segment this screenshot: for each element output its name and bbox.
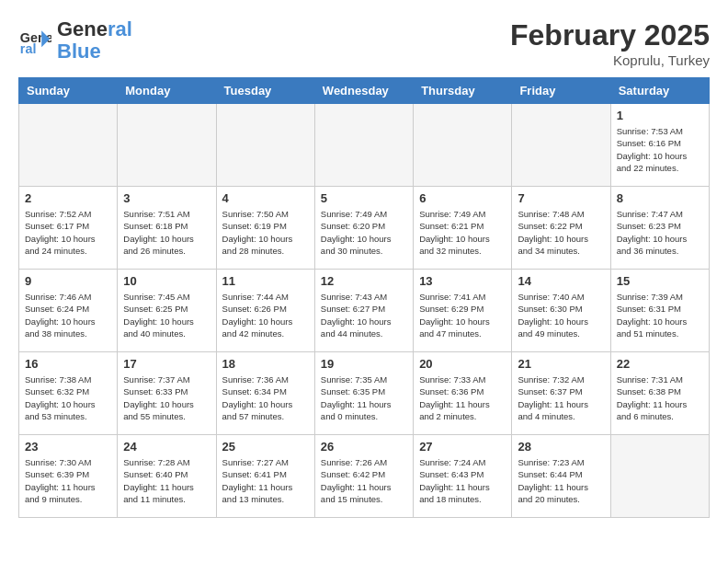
title-block: February 2025 Koprulu, Turkey [510, 18, 710, 68]
day-info: Sunrise: 7:47 AMSunset: 6:23 PMDaylight:… [617, 208, 703, 257]
day-info: Sunrise: 7:52 AMSunset: 6:17 PMDaylight:… [25, 208, 111, 257]
day-number: 19 [321, 357, 407, 371]
day-number: 17 [123, 357, 210, 371]
calendar-week-5: 23Sunrise: 7:30 AMSunset: 6:39 PMDayligh… [19, 435, 710, 518]
calendar-cell: 12Sunrise: 7:43 AMSunset: 6:27 PMDayligh… [314, 270, 413, 352]
weekday-header-sunday: Sunday [19, 78, 118, 104]
day-info: Sunrise: 7:31 AMSunset: 6:38 PMDaylight:… [617, 373, 703, 422]
day-info: Sunrise: 7:49 AMSunset: 6:20 PMDaylight:… [321, 208, 407, 257]
calendar-cell [19, 104, 118, 187]
day-info: Sunrise: 7:40 AMSunset: 6:30 PMDaylight:… [518, 291, 604, 339]
calendar-cell: 1Sunrise: 7:53 AMSunset: 6:16 PMDaylight… [610, 104, 709, 187]
day-number: 23 [25, 440, 111, 454]
day-number: 3 [123, 191, 210, 205]
calendar-cell: 13Sunrise: 7:41 AMSunset: 6:29 PMDayligh… [414, 270, 512, 352]
day-info: Sunrise: 7:49 AMSunset: 6:21 PMDaylight:… [419, 208, 506, 257]
day-number: 22 [617, 357, 703, 371]
weekday-header-row: SundayMondayTuesdayWednesdayThursdayFrid… [19, 78, 710, 104]
calendar-cell: 17Sunrise: 7:37 AMSunset: 6:33 PMDayligh… [118, 352, 216, 435]
day-number: 18 [222, 357, 309, 371]
calendar-cell: 5Sunrise: 7:49 AMSunset: 6:20 PMDaylight… [314, 187, 413, 270]
calendar-cell [118, 104, 216, 187]
calendar-week-2: 2Sunrise: 7:52 AMSunset: 6:17 PMDaylight… [19, 187, 710, 270]
calendar-cell: 3Sunrise: 7:51 AMSunset: 6:18 PMDaylight… [118, 187, 216, 270]
calendar-cell: 16Sunrise: 7:38 AMSunset: 6:32 PMDayligh… [19, 352, 118, 435]
day-info: Sunrise: 7:35 AMSunset: 6:35 PMDaylight:… [321, 373, 407, 422]
calendar-cell [512, 104, 610, 187]
calendar-cell: 20Sunrise: 7:33 AMSunset: 6:36 PMDayligh… [414, 352, 512, 435]
weekday-header-wednesday: Wednesday [314, 78, 413, 104]
day-info: Sunrise: 7:27 AMSunset: 6:41 PMDaylight:… [222, 456, 309, 505]
calendar-week-3: 9Sunrise: 7:46 AMSunset: 6:24 PMDaylight… [19, 270, 710, 352]
day-number: 6 [419, 191, 506, 205]
calendar-cell: 28Sunrise: 7:23 AMSunset: 6:44 PMDayligh… [512, 435, 610, 518]
day-info: Sunrise: 7:41 AMSunset: 6:29 PMDaylight:… [419, 291, 506, 339]
calendar-cell: 27Sunrise: 7:24 AMSunset: 6:43 PMDayligh… [414, 435, 512, 518]
weekday-header-monday: Monday [118, 78, 216, 104]
calendar-cell: 4Sunrise: 7:50 AMSunset: 6:19 PMDaylight… [216, 187, 314, 270]
day-info: Sunrise: 7:32 AMSunset: 6:37 PMDaylight:… [518, 373, 604, 422]
logo-icon: Gene ral [18, 24, 51, 57]
day-info: Sunrise: 7:45 AMSunset: 6:25 PMDaylight:… [123, 291, 210, 339]
day-number: 11 [222, 274, 309, 288]
day-info: Sunrise: 7:24 AMSunset: 6:43 PMDaylight:… [419, 456, 506, 505]
svg-text:ral: ral [20, 42, 37, 57]
calendar-cell: 11Sunrise: 7:44 AMSunset: 6:26 PMDayligh… [216, 270, 314, 352]
day-number: 12 [321, 274, 407, 288]
calendar-cell: 10Sunrise: 7:45 AMSunset: 6:25 PMDayligh… [118, 270, 216, 352]
calendar-cell [216, 104, 314, 187]
day-info: Sunrise: 7:36 AMSunset: 6:34 PMDaylight:… [222, 373, 309, 422]
day-info: Sunrise: 7:30 AMSunset: 6:39 PMDaylight:… [25, 456, 111, 505]
day-info: Sunrise: 7:38 AMSunset: 6:32 PMDaylight:… [25, 373, 111, 422]
calendar-cell: 21Sunrise: 7:32 AMSunset: 6:37 PMDayligh… [512, 352, 610, 435]
day-number: 9 [25, 274, 111, 288]
day-number: 13 [419, 274, 506, 288]
day-info: Sunrise: 7:53 AMSunset: 6:16 PMDaylight:… [617, 125, 703, 174]
weekday-header-saturday: Saturday [610, 78, 709, 104]
day-number: 16 [25, 357, 111, 371]
calendar-cell: 2Sunrise: 7:52 AMSunset: 6:17 PMDaylight… [19, 187, 118, 270]
calendar-week-4: 16Sunrise: 7:38 AMSunset: 6:32 PMDayligh… [19, 352, 710, 435]
calendar-cell [414, 104, 512, 187]
calendar-cell: 7Sunrise: 7:48 AMSunset: 6:22 PMDaylight… [512, 187, 610, 270]
day-info: Sunrise: 7:43 AMSunset: 6:27 PMDaylight:… [321, 291, 407, 339]
calendar-table: SundayMondayTuesdayWednesdayThursdayFrid… [18, 77, 710, 518]
day-info: Sunrise: 7:37 AMSunset: 6:33 PMDaylight:… [123, 373, 210, 422]
day-number: 14 [518, 274, 604, 288]
day-info: Sunrise: 7:26 AMSunset: 6:42 PMDaylight:… [321, 456, 407, 505]
day-number: 21 [518, 357, 604, 371]
day-info: Sunrise: 7:46 AMSunset: 6:24 PMDaylight:… [25, 291, 111, 339]
weekday-header-tuesday: Tuesday [216, 78, 314, 104]
calendar-week-1: 1Sunrise: 7:53 AMSunset: 6:16 PMDaylight… [19, 104, 710, 187]
calendar-title: February 2025 [510, 18, 710, 52]
calendar-cell: 15Sunrise: 7:39 AMSunset: 6:31 PMDayligh… [610, 270, 709, 352]
day-info: Sunrise: 7:39 AMSunset: 6:31 PMDaylight:… [617, 291, 703, 339]
calendar-cell [314, 104, 413, 187]
day-info: Sunrise: 7:50 AMSunset: 6:19 PMDaylight:… [222, 208, 309, 257]
day-number: 2 [25, 191, 111, 205]
day-number: 7 [518, 191, 604, 205]
day-info: Sunrise: 7:33 AMSunset: 6:36 PMDaylight:… [419, 373, 506, 422]
day-info: Sunrise: 7:51 AMSunset: 6:18 PMDaylight:… [123, 208, 210, 257]
logo-text: GeneralBlue [57, 18, 132, 63]
calendar-cell: 14Sunrise: 7:40 AMSunset: 6:30 PMDayligh… [512, 270, 610, 352]
weekday-header-friday: Friday [512, 78, 610, 104]
calendar-subtitle: Koprulu, Turkey [510, 52, 710, 68]
calendar-cell: 23Sunrise: 7:30 AMSunset: 6:39 PMDayligh… [19, 435, 118, 518]
calendar-cell: 22Sunrise: 7:31 AMSunset: 6:38 PMDayligh… [610, 352, 709, 435]
calendar-cell: 19Sunrise: 7:35 AMSunset: 6:35 PMDayligh… [314, 352, 413, 435]
day-info: Sunrise: 7:28 AMSunset: 6:40 PMDaylight:… [123, 456, 210, 505]
logo: Gene ral GeneralBlue [18, 18, 132, 63]
day-number: 15 [617, 274, 703, 288]
weekday-header-thursday: Thursday [414, 78, 512, 104]
calendar-cell [610, 435, 709, 518]
day-number: 4 [222, 191, 309, 205]
page-header: Gene ral GeneralBlue February 2025 Kopru… [18, 18, 710, 68]
calendar-cell: 6Sunrise: 7:49 AMSunset: 6:21 PMDaylight… [414, 187, 512, 270]
day-number: 10 [123, 274, 210, 288]
day-number: 26 [321, 440, 407, 454]
day-info: Sunrise: 7:48 AMSunset: 6:22 PMDaylight:… [518, 208, 604, 257]
calendar-cell: 25Sunrise: 7:27 AMSunset: 6:41 PMDayligh… [216, 435, 314, 518]
calendar-cell: 26Sunrise: 7:26 AMSunset: 6:42 PMDayligh… [314, 435, 413, 518]
day-number: 27 [419, 440, 506, 454]
